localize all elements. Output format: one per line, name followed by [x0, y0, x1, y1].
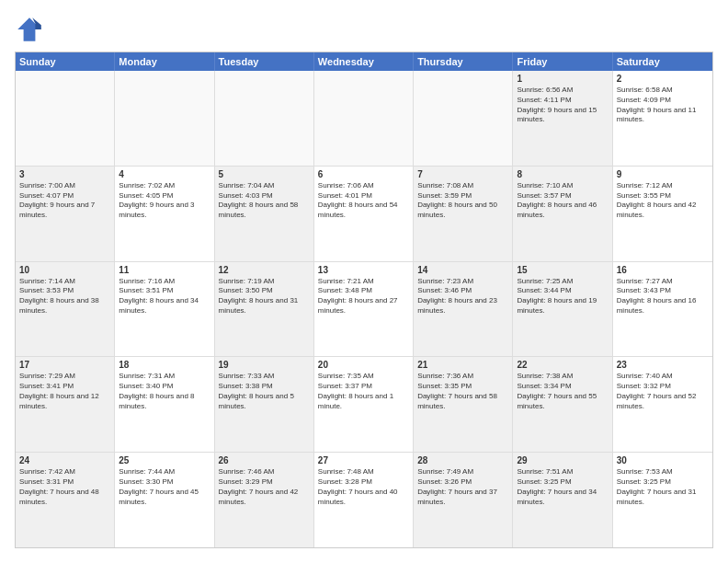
- header-day-monday: Monday: [115, 52, 214, 71]
- day-info: Sunrise: 7:31 AM Sunset: 3:40 PM Dayligh…: [119, 372, 210, 411]
- day-info: Sunrise: 7:14 AM Sunset: 3:53 PM Dayligh…: [19, 277, 110, 316]
- day-number: 3: [19, 169, 110, 179]
- day-cell-26: 26Sunrise: 7:46 AM Sunset: 3:29 PM Dayli…: [215, 453, 314, 547]
- empty-cell-0-3: [314, 71, 414, 166]
- day-cell-28: 28Sunrise: 7:49 AM Sunset: 3:26 PM Dayli…: [414, 453, 513, 547]
- day-number: 18: [119, 360, 210, 370]
- logo: [15, 15, 48, 44]
- day-info: Sunrise: 7:29 AM Sunset: 3:41 PM Dayligh…: [19, 372, 110, 411]
- day-cell-5: 5Sunrise: 7:04 AM Sunset: 4:03 PM Daylig…: [215, 167, 314, 261]
- day-cell-13: 13Sunrise: 7:21 AM Sunset: 3:48 PM Dayli…: [314, 262, 414, 357]
- day-number: 17: [19, 360, 110, 370]
- day-info: Sunrise: 7:08 AM Sunset: 3:59 PM Dayligh…: [417, 181, 508, 221]
- day-cell-23: 23Sunrise: 7:40 AM Sunset: 3:32 PM Dayli…: [613, 357, 712, 452]
- day-info: Sunrise: 7:35 AM Sunset: 3:37 PM Dayligh…: [318, 372, 409, 411]
- day-number: 22: [517, 360, 608, 370]
- day-cell-2: 2Sunrise: 6:58 AM Sunset: 4:09 PM Daylig…: [613, 71, 712, 166]
- day-info: Sunrise: 7:10 AM Sunset: 3:57 PM Dayligh…: [517, 181, 608, 221]
- empty-cell-0-0: [16, 71, 115, 166]
- day-cell-12: 12Sunrise: 7:19 AM Sunset: 3:50 PM Dayli…: [215, 262, 314, 357]
- day-number: 29: [517, 455, 608, 465]
- day-info: Sunrise: 7:44 AM Sunset: 3:30 PM Dayligh…: [119, 467, 210, 507]
- day-number: 10: [19, 265, 110, 275]
- calendar-header: SundayMondayTuesdayWednesdayThursdayFrid…: [16, 52, 712, 71]
- day-number: 19: [219, 360, 310, 370]
- day-cell-14: 14Sunrise: 7:23 AM Sunset: 3:46 PM Dayli…: [414, 262, 513, 357]
- day-info: Sunrise: 6:58 AM Sunset: 4:09 PM Dayligh…: [617, 86, 709, 125]
- day-number: 14: [417, 265, 508, 275]
- day-info: Sunrise: 7:21 AM Sunset: 3:48 PM Dayligh…: [318, 277, 409, 316]
- day-cell-17: 17Sunrise: 7:29 AM Sunset: 3:41 PM Dayli…: [16, 357, 115, 452]
- day-cell-19: 19Sunrise: 7:33 AM Sunset: 3:38 PM Dayli…: [215, 357, 314, 452]
- day-info: Sunrise: 7:27 AM Sunset: 3:43 PM Dayligh…: [617, 277, 709, 316]
- empty-cell-0-2: [215, 71, 314, 166]
- day-info: Sunrise: 7:16 AM Sunset: 3:51 PM Dayligh…: [119, 277, 210, 316]
- day-cell-25: 25Sunrise: 7:44 AM Sunset: 3:30 PM Dayli…: [115, 453, 214, 547]
- day-info: Sunrise: 7:19 AM Sunset: 3:50 PM Dayligh…: [219, 277, 310, 316]
- calendar-row-1: 3Sunrise: 7:00 AM Sunset: 4:07 PM Daylig…: [16, 167, 712, 262]
- header-day-sunday: Sunday: [16, 52, 115, 71]
- page: SundayMondayTuesdayWednesdayThursdayFrid…: [0, 0, 728, 563]
- day-info: Sunrise: 7:51 AM Sunset: 3:25 PM Dayligh…: [517, 467, 608, 507]
- day-info: Sunrise: 7:25 AM Sunset: 3:44 PM Dayligh…: [517, 277, 608, 316]
- day-info: Sunrise: 7:46 AM Sunset: 3:29 PM Dayligh…: [219, 467, 310, 507]
- logo-icon: [15, 15, 44, 44]
- day-cell-15: 15Sunrise: 7:25 AM Sunset: 3:44 PM Dayli…: [513, 262, 612, 357]
- day-number: 21: [417, 360, 508, 370]
- day-cell-30: 30Sunrise: 7:53 AM Sunset: 3:25 PM Dayli…: [613, 453, 712, 547]
- header-day-thursday: Thursday: [414, 52, 513, 71]
- day-info: Sunrise: 7:53 AM Sunset: 3:25 PM Dayligh…: [617, 467, 709, 507]
- header-day-wednesday: Wednesday: [314, 52, 414, 71]
- day-cell-18: 18Sunrise: 7:31 AM Sunset: 3:40 PM Dayli…: [115, 357, 214, 452]
- day-info: Sunrise: 7:48 AM Sunset: 3:28 PM Dayligh…: [318, 467, 409, 507]
- day-number: 6: [318, 169, 409, 179]
- day-cell-9: 9Sunrise: 7:12 AM Sunset: 3:55 PM Daylig…: [613, 167, 712, 261]
- day-cell-6: 6Sunrise: 7:06 AM Sunset: 4:01 PM Daylig…: [314, 167, 414, 261]
- empty-cell-0-1: [115, 71, 214, 166]
- calendar-row-0: 1Sunrise: 6:56 AM Sunset: 4:11 PM Daylig…: [16, 71, 712, 167]
- day-number: 12: [219, 265, 310, 275]
- day-cell-8: 8Sunrise: 7:10 AM Sunset: 3:57 PM Daylig…: [513, 167, 612, 261]
- day-cell-7: 7Sunrise: 7:08 AM Sunset: 3:59 PM Daylig…: [414, 167, 513, 261]
- day-number: 27: [318, 455, 409, 465]
- day-cell-22: 22Sunrise: 7:38 AM Sunset: 3:34 PM Dayli…: [513, 357, 612, 452]
- calendar-row-2: 10Sunrise: 7:14 AM Sunset: 3:53 PM Dayli…: [16, 262, 712, 358]
- day-info: Sunrise: 7:36 AM Sunset: 3:35 PM Dayligh…: [417, 372, 508, 411]
- day-cell-11: 11Sunrise: 7:16 AM Sunset: 3:51 PM Dayli…: [115, 262, 214, 357]
- header: [15, 15, 713, 44]
- header-day-saturday: Saturday: [613, 52, 712, 71]
- day-cell-24: 24Sunrise: 7:42 AM Sunset: 3:31 PM Dayli…: [16, 453, 115, 547]
- header-day-tuesday: Tuesday: [215, 52, 314, 71]
- day-number: 4: [119, 169, 210, 179]
- day-number: 5: [219, 169, 310, 179]
- calendar-row-3: 17Sunrise: 7:29 AM Sunset: 3:41 PM Dayli…: [16, 357, 712, 453]
- calendar-body: 1Sunrise: 6:56 AM Sunset: 4:11 PM Daylig…: [16, 71, 712, 547]
- day-info: Sunrise: 7:12 AM Sunset: 3:55 PM Dayligh…: [617, 181, 709, 221]
- day-number: 9: [617, 169, 709, 179]
- day-info: Sunrise: 7:38 AM Sunset: 3:34 PM Dayligh…: [517, 372, 608, 411]
- header-day-friday: Friday: [513, 52, 612, 71]
- day-number: 13: [318, 265, 409, 275]
- day-info: Sunrise: 7:23 AM Sunset: 3:46 PM Dayligh…: [417, 277, 508, 316]
- day-number: 26: [219, 455, 310, 465]
- day-info: Sunrise: 7:06 AM Sunset: 4:01 PM Dayligh…: [318, 181, 409, 221]
- day-number: 15: [517, 265, 608, 275]
- day-number: 30: [617, 455, 709, 465]
- day-cell-29: 29Sunrise: 7:51 AM Sunset: 3:25 PM Dayli…: [513, 453, 612, 547]
- day-number: 11: [119, 265, 210, 275]
- day-number: 25: [119, 455, 210, 465]
- day-number: 23: [617, 360, 709, 370]
- day-number: 2: [617, 74, 709, 84]
- day-number: 20: [318, 360, 409, 370]
- day-info: Sunrise: 7:33 AM Sunset: 3:38 PM Dayligh…: [219, 372, 310, 411]
- calendar: SundayMondayTuesdayWednesdayThursdayFrid…: [15, 52, 713, 548]
- day-number: 1: [517, 74, 608, 84]
- empty-cell-0-4: [414, 71, 513, 166]
- day-number: 7: [417, 169, 508, 179]
- day-cell-4: 4Sunrise: 7:02 AM Sunset: 4:05 PM Daylig…: [115, 167, 214, 261]
- day-cell-10: 10Sunrise: 7:14 AM Sunset: 3:53 PM Dayli…: [16, 262, 115, 357]
- day-cell-27: 27Sunrise: 7:48 AM Sunset: 3:28 PM Dayli…: [314, 453, 414, 547]
- day-info: Sunrise: 7:00 AM Sunset: 4:07 PM Dayligh…: [19, 181, 110, 221]
- day-info: Sunrise: 7:42 AM Sunset: 3:31 PM Dayligh…: [19, 467, 110, 507]
- day-info: Sunrise: 7:04 AM Sunset: 4:03 PM Dayligh…: [219, 181, 310, 221]
